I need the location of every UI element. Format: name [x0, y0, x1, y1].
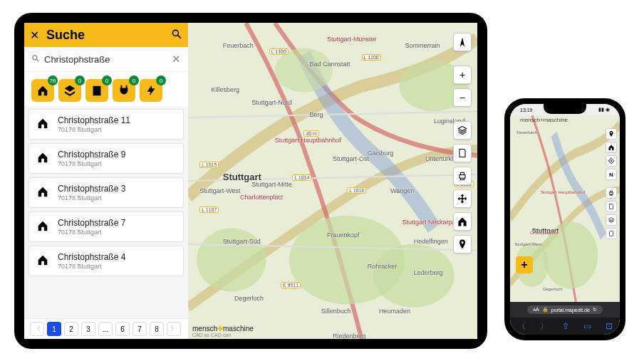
phone-map-controls: N [606, 128, 617, 239]
lock-icon2: 🔒 [542, 307, 549, 313]
clear-search-icon[interactable]: ✕ [172, 53, 181, 66]
filter-badge: 0 [75, 75, 85, 85]
phone-home-button[interactable] [606, 142, 617, 153]
map-label: Heumaden [379, 308, 410, 315]
results-list: Christophstraße 1170178 StuttgartChristo… [24, 106, 188, 318]
page-next[interactable]: 〉 [167, 322, 181, 336]
phone-pin-button[interactable] [606, 128, 617, 140]
svg-point-3 [172, 30, 178, 36]
nav-tabs-icon[interactable]: ⊡ [606, 321, 613, 331]
filter-home[interactable]: 76 [31, 79, 54, 102]
map-label: Stuttgart-West [199, 187, 240, 194]
phone-target-button[interactable] [606, 155, 617, 167]
page-3[interactable]: 3 [81, 322, 95, 336]
filter-layers[interactable]: 0 [58, 79, 81, 102]
phone-frame: 13:19 ▮▮ ◉ mensch+maschine StuttgartFeue… [504, 98, 625, 340]
result-title: Christophstraße 7 [58, 218, 125, 228]
page-7[interactable]: 7 [133, 322, 147, 336]
phone-compass-button[interactable]: N [606, 169, 617, 180]
filter-bolt[interactable]: 0 [140, 79, 162, 102]
map-label: Rohracker [368, 263, 398, 270]
zoom-in-button[interactable]: + [453, 66, 472, 84]
result-subtitle: 70178 Stuttgart [58, 263, 125, 270]
svg-point-4 [33, 55, 37, 59]
search-input[interactable] [44, 54, 172, 65]
result-item[interactable]: Christophstraße 1170178 Stuttgart [28, 109, 184, 140]
result-item[interactable]: Christophstraße 470178 Stuttgart [28, 246, 184, 276]
map-label: Berg [310, 111, 323, 118]
nav-back-icon[interactable]: 〈 [517, 320, 526, 333]
phone-clip-button[interactable] [606, 228, 617, 239]
route-badge: 20 m [303, 130, 319, 137]
lock-icon: ᴀA [533, 307, 539, 313]
result-title: Christophstraße 3 [58, 184, 125, 194]
map-label: Killesberg [211, 86, 239, 93]
home-icon [36, 117, 49, 132]
map-label: Lederberg [414, 269, 443, 276]
route-badge: L 1014 [292, 174, 311, 181]
phone-screen: 13:19 ▮▮ ◉ mensch+maschine StuttgartFeue… [510, 104, 620, 335]
result-item[interactable]: Christophstraße 970178 Stuttgart [28, 143, 184, 174]
tablet-screen: ✕ Suche ✕ 760000 Christophstraße 1170178… [24, 23, 477, 339]
close-icon[interactable]: ✕ [30, 28, 39, 42]
map-label: Gaisburg [368, 150, 394, 157]
result-item[interactable]: Christophstraße 370178 Stuttgart [28, 177, 184, 208]
page-...: ... [98, 322, 113, 336]
map-city-label: Stuttgart [223, 172, 261, 182]
map-label: Stuttgart-Münster [327, 36, 377, 43]
map-label: Sillenbuch [321, 308, 351, 315]
map-label: Stuttgart-Süd [223, 238, 261, 245]
filter-badge: 76 [48, 75, 58, 85]
compass-button[interactable] [453, 33, 472, 51]
map-label: Feuerbach [223, 42, 254, 49]
map-label: Hedelfingen [414, 238, 448, 245]
page-1[interactable]: 1 [47, 322, 61, 336]
document-button[interactable] [453, 144, 472, 162]
home-icon [36, 253, 49, 269]
map-label: Stuttgart Neckarpark [402, 219, 461, 226]
map-label: Stuttgart-Nord [251, 99, 292, 106]
phone-map-label: Degerloch [543, 287, 562, 291]
phone-url[interactable]: ᴀA 🔒 portal.mapedit.de ↻ [527, 305, 603, 314]
filter-building[interactable]: 0 [85, 79, 108, 102]
filter-badge: 0 [102, 75, 112, 85]
reload-icon[interactable]: ↻ [593, 307, 597, 313]
search-icon[interactable] [171, 28, 182, 42]
map[interactable]: FeuerbachBad CannstattSommerrainStuttgar… [188, 23, 477, 339]
route-badge: L 1187 [199, 206, 219, 213]
page-2[interactable]: 2 [64, 322, 78, 336]
map-label: Stuttgart Hauptbahnhof [275, 137, 341, 144]
map-label: Charlottenplatz [240, 194, 284, 201]
move-button[interactable] [453, 189, 472, 208]
layers-button[interactable] [453, 121, 472, 140]
search-row: ✕ [24, 47, 188, 72]
nav-bookmarks-icon[interactable]: ▭ [583, 321, 591, 331]
nav-share-icon[interactable]: ⇧ [562, 321, 569, 331]
result-subtitle: 70178 Stuttgart [58, 194, 125, 202]
zoom-out-button[interactable]: − [453, 88, 472, 107]
home-icon [36, 185, 49, 201]
phone-map-terrain [510, 115, 620, 302]
map-controls: + − [453, 33, 472, 253]
filter-plug[interactable]: 0 [113, 79, 135, 102]
print-button[interactable] [453, 167, 472, 185]
phone-doc-button[interactable] [606, 201, 617, 212]
filter-row: 760000 [24, 72, 188, 106]
result-subtitle: 70178 Stuttgart [58, 229, 125, 236]
home-button[interactable] [453, 212, 472, 231]
phone-layers-button[interactable] [606, 214, 617, 226]
pin-button[interactable] [453, 235, 472, 253]
phone-url-bar: ᴀA 🔒 portal.mapedit.de ↻ [510, 302, 620, 318]
result-item[interactable]: Christophstraße 770178 Stuttgart [28, 211, 184, 242]
nav-forward-icon[interactable]: 〉 [540, 320, 549, 333]
phone-add-button[interactable]: + [516, 256, 533, 273]
phone-time: 13:19 [520, 108, 533, 113]
page-8[interactable]: 8 [150, 322, 164, 336]
phone-map[interactable]: mensch+maschine StuttgartFeuerbachStuttg… [510, 115, 620, 302]
sidebar-header: ✕ Suche [24, 23, 188, 47]
phone-print-button[interactable] [606, 187, 617, 199]
search-sidebar: ✕ Suche ✕ 760000 Christophstraße 1170178… [24, 23, 188, 339]
page-prev[interactable]: 〈 [30, 322, 44, 336]
page-6[interactable]: 6 [115, 322, 130, 336]
phone-map-label: Stuttgart-West [514, 242, 541, 246]
